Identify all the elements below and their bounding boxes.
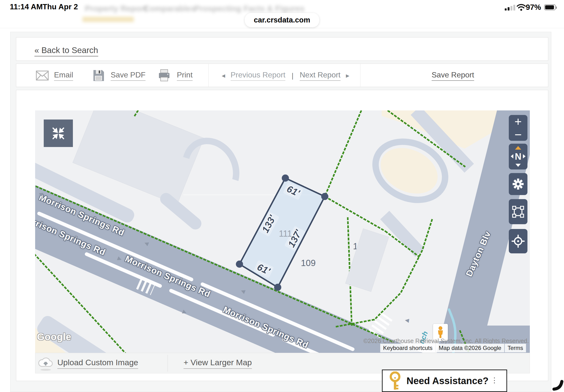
- scribble-arc: [551, 378, 564, 392]
- need-assistance-label: Need Assistance?: [407, 376, 488, 386]
- compass-left-icon[interactable]: [511, 154, 513, 158]
- terms-link[interactable]: Terms: [505, 344, 526, 352]
- previous-arrow-icon: ◄: [220, 72, 226, 79]
- need-assistance-button[interactable]: Need Assistance? ⋮: [382, 370, 507, 392]
- tab-facts-figures[interactable]: Facts & Figures: [244, 4, 304, 13]
- pegman-icon: [436, 326, 444, 339]
- parcel-number-109: 109: [301, 258, 316, 268]
- key-icon: [389, 371, 401, 390]
- date: Thu Apr 2: [42, 2, 78, 11]
- print-icon: [158, 69, 171, 82]
- battery-icon: [544, 4, 556, 10]
- recenter-button[interactable]: [509, 229, 527, 253]
- save-report-button[interactable]: Save Report: [432, 70, 474, 81]
- back-to-search-link[interactable]: « Back to Search: [34, 45, 98, 56]
- print-button[interactable]: Print: [177, 70, 193, 81]
- compass-up-icon[interactable]: [515, 146, 521, 150]
- keyboard-shortcuts-link[interactable]: Keyboard shortcuts: [380, 344, 435, 352]
- compass-north-label: N: [515, 152, 521, 162]
- gear-icon: [512, 178, 524, 190]
- compass-control[interactable]: N: [509, 144, 527, 169]
- select-area-button[interactable]: [509, 199, 527, 224]
- next-report-link[interactable]: Next Report: [300, 70, 341, 81]
- parcel-number: 111: [279, 229, 292, 239]
- save-pdf-button[interactable]: Save PDF: [111, 70, 146, 81]
- upload-custom-image-button[interactable]: Upload Custom Image: [57, 358, 138, 369]
- zoom-in-button[interactable]: +: [515, 115, 522, 128]
- footer-divider: [167, 355, 168, 372]
- active-tab-underline: [83, 17, 134, 22]
- upload-cloud-icon: [37, 356, 54, 371]
- tab-prospecting[interactable]: Prospecting: [194, 4, 241, 13]
- address-bar[interactable]: car.crsdata.com: [245, 13, 319, 27]
- email-button[interactable]: Email: [54, 70, 73, 81]
- report-panel: « Back to Search Email Save PDF: [10, 32, 551, 392]
- compass-right-icon[interactable]: [523, 154, 525, 158]
- zoom-control[interactable]: + −: [509, 115, 527, 141]
- map-settings-button[interactable]: [509, 173, 527, 195]
- back-card: « Back to Search: [16, 37, 548, 61]
- select-area-icon: [512, 205, 524, 218]
- map-data-label: Map data ©2026 Google: [436, 344, 504, 352]
- map-card: 61' 133' 137' 61' 111 109 105 Morrison S…: [16, 90, 548, 381]
- google-logo[interactable]: Google: [37, 332, 71, 342]
- tab-comparables[interactable]: Comparables: [144, 4, 195, 13]
- cellular-signal-icon: [505, 5, 516, 11]
- zoom-out-button[interactable]: −: [515, 129, 522, 140]
- collapse-icon: [51, 126, 66, 141]
- collapse-map-button[interactable]: [44, 120, 73, 147]
- map-canvas[interactable]: 61' 133' 137' 61' 111 109 105 Morrison S…: [35, 111, 530, 353]
- tab-property-report[interactable]: Property Report: [85, 4, 147, 13]
- email-icon: [36, 69, 49, 82]
- assistance-menu-dots: ⋮: [491, 376, 498, 384]
- map-attribution: ©2026 Courthouse Retrieval System, Inc. …: [363, 337, 529, 344]
- battery-percent: 97%: [526, 3, 541, 12]
- toolbar-divider: [208, 64, 209, 87]
- compass-down-icon[interactable]: [515, 164, 521, 167]
- wifi-icon: [517, 4, 526, 11]
- prev-next-separator: |: [291, 72, 293, 80]
- road-arrow-icon: ◄: [403, 316, 411, 325]
- previous-report-link[interactable]: Previous Report: [231, 70, 285, 81]
- next-arrow-icon: ►: [345, 72, 351, 79]
- save-pdf-icon: [92, 69, 105, 82]
- toolbar-card: Email Save PDF Print ◄ Previous: [16, 64, 548, 87]
- target-icon: [511, 235, 525, 248]
- view-larger-map-link[interactable]: + View Larger Map: [183, 358, 252, 369]
- clock: 11:14 AM: [10, 2, 43, 11]
- toolbar-divider2: [360, 64, 360, 87]
